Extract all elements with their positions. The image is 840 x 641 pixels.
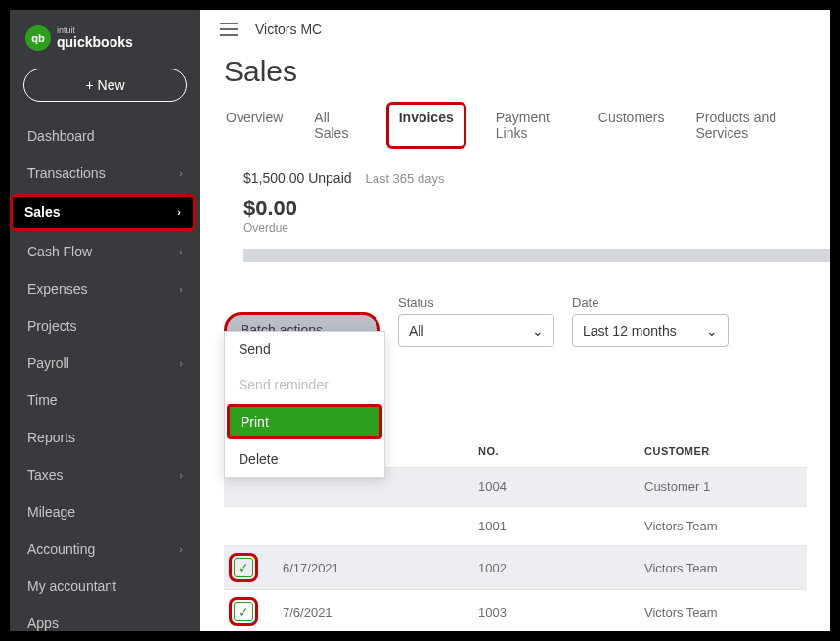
col-header-customer: CUSTOMER [644,445,807,457]
chevron-right-icon: › [179,246,183,257]
batch-actions-menu: SendSend reminderPrintDelete [224,331,385,478]
col-header-no: NO. [478,445,644,457]
sidebar-item-label: Time [27,392,58,408]
chevron-down-icon: ⌄ [532,323,544,339]
hamburger-icon[interactable] [220,23,238,36]
date-value: Last 12 months [583,323,677,339]
row-customer: Customer 1 [644,480,807,494]
sidebar-item-cash-flow[interactable]: Cash Flow› [10,233,200,270]
unpaid-amount: $1,500.00 Unpaid [243,170,352,186]
sidebar-item-payroll[interactable]: Payroll› [10,344,200,382]
chevron-right-icon: › [177,206,181,218]
row-checkbox[interactable]: ✓ [234,558,253,577]
sidebar-item-label: Expenses [27,281,87,297]
overdue-amount: $0.00 [243,196,830,221]
batch-menu-print[interactable]: Print [227,404,382,439]
row-date: 7/6/2021 [283,605,478,619]
new-button[interactable]: + New [23,69,187,102]
topbar: Victors MC [200,10,830,47]
sidebar-item-accounting[interactable]: Accounting› [10,530,200,568]
row-no: 1004 [478,480,644,494]
unpaid-summary: $1,500.00 Unpaid Last 365 days [243,170,830,186]
sidebar-item-apps[interactable]: Apps [10,605,200,631]
overdue-label: Overdue [243,221,830,235]
sidebar-item-my-accountant[interactable]: My accountant [10,568,200,605]
chevron-right-icon: › [179,167,183,179]
sidebar-nav: DashboardTransactions›Sales›Cash Flow›Ex… [10,117,200,631]
brand-logo: qb intuit quickbooks [10,25,200,69]
status-select[interactable]: All ⌄ [398,314,554,347]
table-row[interactable]: 1001Victors Team [224,506,807,545]
row-checkbox[interactable]: ✓ [234,602,253,621]
table-row[interactable]: ✓7/6/20211003Victors Team [224,589,807,631]
date-select[interactable]: Last 12 months ⌄ [572,314,729,347]
batch-menu-delete[interactable]: Delete [225,441,384,477]
row-customer: Victors Team [644,561,807,575]
row-no: 1002 [478,561,644,575]
sidebar-item-label: Sales [24,205,61,220]
sidebar-item-sales[interactable]: Sales› [10,194,196,231]
tab-payment-links[interactable]: Payment Links [494,102,569,149]
sidebar-item-reports[interactable]: Reports [10,419,200,456]
sidebar-item-label: Projects [27,318,77,334]
sidebar-item-label: Mileage [27,504,75,520]
row-customer: Victors Team [644,605,807,619]
sidebar-item-dashboard[interactable]: Dashboard [10,117,200,155]
sidebar-item-label: My accountant [27,578,116,594]
filters-row: Batch actions ⌄ Status All ⌄ Date Last 1… [200,262,830,347]
date-filter-label: Date [572,296,729,310]
sidebar-item-label: Accounting [27,541,95,557]
chevron-right-icon: › [179,283,183,295]
row-no: 1001 [478,519,644,533]
batch-menu-send-reminder: Send reminder [225,367,384,402]
row-date: 6/17/2021 [283,561,478,575]
row-customer: Victors Team [644,519,807,533]
sidebar-item-label: Taxes [27,467,64,482]
tab-customers[interactable]: Customers [597,102,667,149]
status-value: All [409,323,424,339]
chevron-right-icon: › [179,543,183,555]
page-title: Sales [200,47,830,102]
sidebar-item-taxes[interactable]: Taxes› [10,456,200,493]
summary-bar [243,249,830,262]
chevron-right-icon: › [179,357,183,369]
summary-range: Last 365 days [365,171,444,186]
company-name: Victors MC [255,22,322,37]
sidebar-item-label: Cash Flow [27,244,92,259]
batch-menu-send[interactable]: Send [225,332,384,367]
status-filter-label: Status [398,296,554,310]
row-no: 1003 [478,605,644,619]
tab-invoices[interactable]: Invoices [386,102,466,149]
summary: $1,500.00 Unpaid Last 365 days $0.00 Ove… [200,153,830,262]
table-row[interactable]: ✓6/17/20211002Victors Team [224,545,807,589]
tab-products-and-services[interactable]: Products and Services [694,102,807,149]
sidebar-item-time[interactable]: Time [10,382,200,419]
main-content: Victors MC Sales OverviewAll SalesInvoic… [200,10,830,631]
sidebar-item-transactions[interactable]: Transactions› [10,155,200,192]
sidebar-item-label: Transactions [27,165,106,181]
sidebar: qb intuit quickbooks + New DashboardTran… [10,10,200,631]
tab-overview[interactable]: Overview [224,102,285,149]
chevron-down-icon: ⌄ [706,323,718,339]
sidebar-item-expenses[interactable]: Expenses› [10,270,200,307]
sidebar-item-projects[interactable]: Projects [10,307,200,344]
tab-all-sales[interactable]: All Sales [312,102,358,149]
chevron-right-icon: › [179,469,183,481]
tabs: OverviewAll SalesInvoicesPayment LinksCu… [200,102,830,153]
sidebar-item-label: Apps [27,616,59,631]
brand-text: intuit quickbooks [57,26,133,50]
sidebar-item-label: Dashboard [27,128,95,144]
brand-badge: qb [25,25,51,51]
sidebar-item-mileage[interactable]: Mileage [10,493,200,530]
sidebar-item-label: Payroll [27,355,69,371]
sidebar-item-label: Reports [27,430,75,445]
